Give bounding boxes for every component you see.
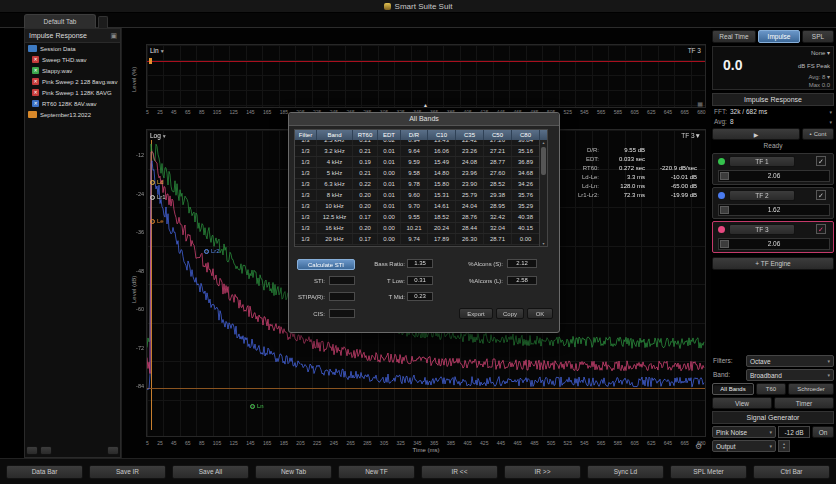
table-row[interactable]: 1/316 kHz0.200.0010.2120.2428.4432.0440.… bbox=[295, 223, 547, 234]
calculate-sti-button[interactable]: Calculate STI bbox=[297, 259, 355, 270]
signal-level-field[interactable]: -12 dB bbox=[778, 426, 810, 438]
file-close-icon[interactable]: ✕ bbox=[32, 89, 39, 96]
table-header-cell-c80[interactable]: C80 bbox=[512, 130, 540, 140]
table-row[interactable]: 1/33.2 kHz0.210.019.6416.0623.2627.2135.… bbox=[295, 146, 547, 157]
tab-default[interactable]: Default Tab bbox=[24, 14, 96, 28]
engine-value-slider[interactable]: 2.06 bbox=[718, 238, 830, 250]
file-close-icon[interactable]: ✕ bbox=[32, 100, 39, 107]
mode-impulse[interactable]: Impulse bbox=[758, 30, 800, 43]
table-header-cell-edt[interactable]: EDT bbox=[378, 130, 401, 140]
mode-real-time[interactable]: Real Time bbox=[712, 30, 756, 43]
session-file-pink-sweep-1-128k-8avg[interactable]: ✕Pink Sweep 1 128K 8AVG bbox=[25, 87, 120, 98]
meter-source-dropdown[interactable]: None ▾ bbox=[811, 49, 830, 56]
engine-selector[interactable]: TF 3▼ bbox=[681, 132, 701, 139]
dialog-title-bar[interactable]: All Bands bbox=[289, 113, 559, 126]
file-close-icon[interactable]: ✕ bbox=[32, 78, 39, 85]
sti-field[interactable] bbox=[329, 276, 355, 285]
session-data-item[interactable]: Session Data bbox=[25, 43, 120, 54]
table-row[interactable]: 1/310 kHz0.200.019.7014.6124.0428.9535.2… bbox=[295, 201, 547, 212]
t-mid-field[interactable]: 0.23 bbox=[407, 292, 433, 301]
new-tab-stub[interactable] bbox=[98, 16, 108, 28]
table-header-cell-filter[interactable]: Filter bbox=[295, 130, 317, 140]
table-header-cell-c50[interactable]: C50 bbox=[484, 130, 512, 140]
plot-marker-le[interactable]: Le bbox=[150, 218, 164, 224]
threshold-line[interactable] bbox=[147, 61, 705, 62]
plot-marker-ln[interactable]: Ln bbox=[250, 403, 264, 409]
play-button[interactable]: ▶ bbox=[712, 128, 800, 140]
ok-button[interactable]: OK bbox=[527, 308, 553, 319]
sidebar-tool-button-2[interactable] bbox=[40, 446, 52, 455]
table-header-cell-rt60[interactable]: RT60 bbox=[353, 130, 378, 140]
table-body-viewport[interactable]: 1/32.5 kHz0.210.028.9413.4322.4227.2636.… bbox=[295, 140, 547, 246]
bottombar-save-ir[interactable]: Save IR bbox=[89, 465, 166, 479]
scale-selector-log[interactable]: Log▼ bbox=[150, 132, 167, 139]
plot-marker-lr2[interactable]: Lr2 bbox=[204, 248, 220, 254]
fft-setting[interactable]: FFT: 32k / 682 ms ▾ bbox=[714, 108, 832, 115]
avg-setting[interactable]: Avg: 8 ▾ bbox=[714, 118, 832, 125]
bottombar-ctrl-bar[interactable]: Ctrl Bar bbox=[753, 465, 830, 479]
file-close-icon[interactable]: ✕ bbox=[32, 56, 39, 63]
t-low-field[interactable]: 0.31 bbox=[407, 276, 433, 285]
tf-engine-2[interactable]: TF 2✓1.62 bbox=[712, 187, 834, 219]
continuous-button[interactable]: • Cont bbox=[802, 128, 834, 140]
impulse-lin-plot[interactable]: Lin▼ TF 3 ▲ ▦ bbox=[146, 44, 706, 108]
table-row[interactable]: 1/34 kHz0.190.019.5915.4924.0828.7736.89 bbox=[295, 157, 547, 168]
tf-engine-1[interactable]: TF 1✓2.06 bbox=[712, 153, 834, 185]
signal-on-button[interactable]: On bbox=[812, 426, 834, 438]
stipa-field[interactable] bbox=[329, 292, 355, 301]
tf-engine-3[interactable]: TF 3✓2.06 bbox=[712, 221, 834, 253]
mode-spl[interactable]: SPL bbox=[802, 30, 834, 43]
scroll-up-icon[interactable]: ▴ bbox=[540, 140, 547, 145]
sidebar-tool-button-3[interactable] bbox=[107, 446, 119, 455]
bottombar-save-all[interactable]: Save All bbox=[172, 465, 249, 479]
band-button-all-bands[interactable]: All Bands bbox=[712, 383, 754, 395]
table-row[interactable]: 1/312.5 kHz0.170.009.5518.5228.7632.4240… bbox=[295, 212, 547, 223]
band-button-schroeder[interactable]: Schroeder bbox=[788, 383, 834, 395]
scroll-thumb[interactable] bbox=[541, 147, 546, 175]
bottombar-ir[interactable]: IR << bbox=[421, 465, 498, 479]
table-row[interactable]: 1/36.3 kHz0.220.019.7815.8023.9028.5234.… bbox=[295, 179, 547, 190]
band-button-t60[interactable]: T60 bbox=[756, 383, 786, 395]
grid-toggle-icon[interactable]: ▦ bbox=[697, 100, 703, 107]
tf-engine-button-tf-3[interactable]: TF 3 bbox=[729, 224, 795, 235]
tf-engine-button-tf-2[interactable]: TF 2 bbox=[729, 190, 795, 201]
bottombar-ir[interactable]: IR >> bbox=[504, 465, 581, 479]
cis-field[interactable] bbox=[329, 309, 355, 318]
view-button-timer[interactable]: Timer bbox=[774, 397, 834, 409]
session-file-slappy-wav[interactable]: ✕Slappy.wav bbox=[25, 65, 120, 76]
table-header-cell-c35[interactable]: C35 bbox=[456, 130, 484, 140]
bottombar-sync-ld[interactable]: Sync Ld bbox=[587, 465, 664, 479]
engine-value-slider[interactable]: 1.62 bbox=[718, 204, 830, 216]
plot-marker-lr1[interactable]: Lr1 bbox=[150, 194, 166, 200]
table-header-cell-c10[interactable]: C10 bbox=[428, 130, 456, 140]
plot-marker-ld[interactable]: Ld bbox=[150, 179, 164, 185]
export-button[interactable]: Export bbox=[459, 308, 493, 319]
file-close-icon[interactable]: ✕ bbox=[32, 67, 39, 74]
table-header-cell-d-r[interactable]: D/R bbox=[401, 130, 428, 140]
sidebar-tool-button-1[interactable] bbox=[26, 446, 38, 455]
band-dropdown[interactable]: Broadband ▾ bbox=[746, 369, 834, 381]
meter-avg-dropdown[interactable]: Avg: 8 ▾ bbox=[808, 73, 830, 80]
view-button-view[interactable]: View bbox=[712, 397, 772, 409]
tf-engine-button-tf-1[interactable]: TF 1 bbox=[729, 156, 795, 167]
table-header-cell-band[interactable]: Band bbox=[317, 130, 353, 140]
bottombar-new-tab[interactable]: New Tab bbox=[255, 465, 332, 479]
bottombar-new-tf[interactable]: New TF bbox=[338, 465, 415, 479]
add-tf-engine-button[interactable]: + TF Engine bbox=[712, 257, 834, 270]
session-file-sweep-thd-wav[interactable]: ✕Sweep THD.wav bbox=[25, 54, 120, 65]
scale-selector-lin[interactable]: Lin▼ bbox=[150, 47, 165, 54]
bottombar-spl-meter[interactable]: SPL Meter bbox=[670, 465, 747, 479]
filters-dropdown[interactable]: Octave ▾ bbox=[746, 355, 834, 367]
engine-value-slider[interactable]: 2.06 bbox=[718, 170, 830, 182]
session-folder-item[interactable]: September13.2022 bbox=[25, 109, 120, 120]
bottombar-data-bar[interactable]: Data Bar bbox=[6, 465, 83, 479]
output-spinner[interactable]: ▴ ▾ bbox=[778, 440, 790, 452]
gear-icon[interactable]: ⚙ bbox=[695, 442, 702, 451]
session-file-rt60-128k-8av-wav[interactable]: ✕RT60 128K 8AV.wav bbox=[25, 98, 120, 109]
scroll-down-icon[interactable]: ▾ bbox=[540, 241, 547, 246]
signal-type-dropdown[interactable]: Pink Noise ▾ bbox=[712, 426, 776, 438]
panel-toggle-icon[interactable]: ▣ bbox=[110, 32, 117, 40]
bass-ratio-field[interactable]: 1.35 bbox=[407, 259, 433, 268]
engine-checkbox[interactable]: ✓ bbox=[816, 224, 826, 234]
copy-button[interactable]: Copy bbox=[496, 308, 524, 319]
